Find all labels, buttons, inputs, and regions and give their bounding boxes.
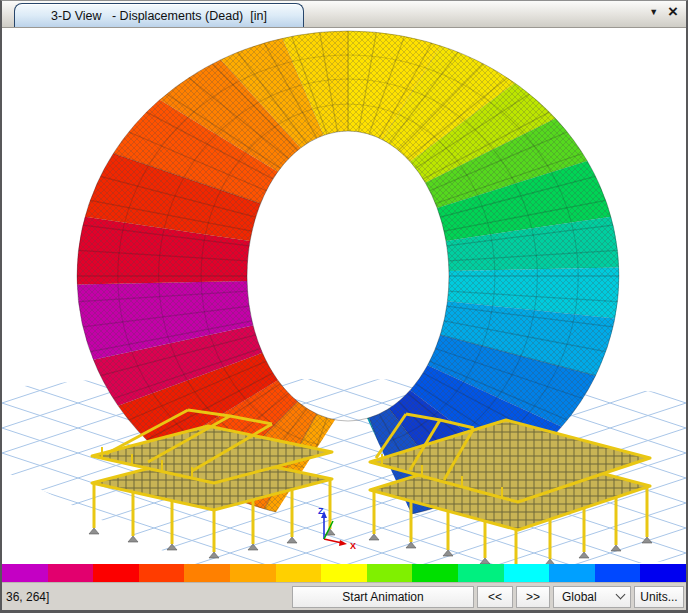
legend-color-cell bbox=[139, 564, 185, 582]
titlebar-controls: ▼ × bbox=[649, 5, 678, 19]
units-button[interactable]: Units... bbox=[634, 586, 684, 608]
legend-color-cell bbox=[549, 564, 595, 582]
next-step-button[interactable]: >> bbox=[516, 586, 550, 608]
sap-3d-view-window: 3-D View - Displacements (Dead) [in] ▼ ×… bbox=[0, 0, 688, 613]
view-tab[interactable]: 3-D View - Displacements (Dead) [in] bbox=[14, 3, 304, 27]
dropdown-arrow-icon[interactable]: ▼ bbox=[649, 8, 658, 17]
cursor-coordinates: 36, 264] bbox=[6, 590, 289, 604]
legend-strip bbox=[2, 564, 686, 582]
displacement-model-scene: ZX bbox=[2, 28, 686, 564]
legend-color-cell bbox=[595, 564, 641, 582]
legend-color-cell bbox=[504, 564, 550, 582]
legend-color-cell bbox=[367, 564, 413, 582]
coordinate-system-dropdown[interactable]: Global bbox=[553, 586, 631, 608]
z-axis-label: Z bbox=[318, 506, 324, 516]
legend-color-cell bbox=[184, 564, 230, 582]
legend-color-cell bbox=[321, 564, 367, 582]
titlebar: 3-D View - Displacements (Dead) [in] ▼ × bbox=[2, 1, 686, 28]
legend-color-cell bbox=[48, 564, 94, 582]
legend-color-cell bbox=[93, 564, 139, 582]
3d-viewport[interactable]: ZX bbox=[2, 28, 686, 564]
statusbar: 36, 264] Start Animation << >> Global Un… bbox=[2, 582, 686, 610]
legend-color-cell bbox=[276, 564, 322, 582]
x-axis-label: X bbox=[350, 541, 356, 551]
legend-color-cell bbox=[640, 564, 686, 582]
start-animation-button[interactable]: Start Animation bbox=[292, 586, 474, 608]
legend-color-cell bbox=[458, 564, 504, 582]
legend-color-cell bbox=[2, 564, 48, 582]
legend-color-cell bbox=[412, 564, 458, 582]
prev-step-button[interactable]: << bbox=[477, 586, 513, 608]
chevron-down-icon bbox=[616, 590, 626, 600]
legend-color-cell bbox=[230, 564, 276, 582]
close-icon[interactable]: × bbox=[668, 5, 678, 19]
view-tab-label: 3-D View - Displacements (Dead) [in] bbox=[51, 9, 267, 23]
